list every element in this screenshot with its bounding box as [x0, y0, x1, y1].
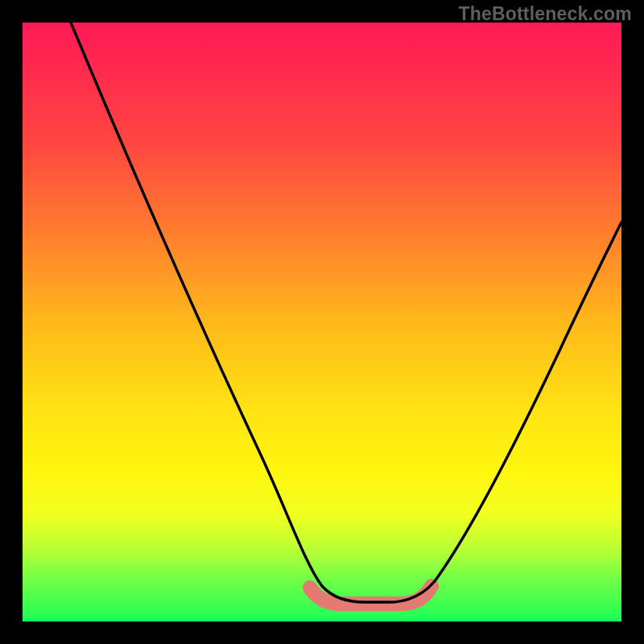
- chart-frame: TheBottleneck.com: [0, 0, 644, 644]
- plot-area: [23, 23, 621, 621]
- curve-line: [71, 23, 621, 602]
- bottleneck-curve: [23, 23, 621, 621]
- watermark-text: TheBottleneck.com: [458, 3, 632, 25]
